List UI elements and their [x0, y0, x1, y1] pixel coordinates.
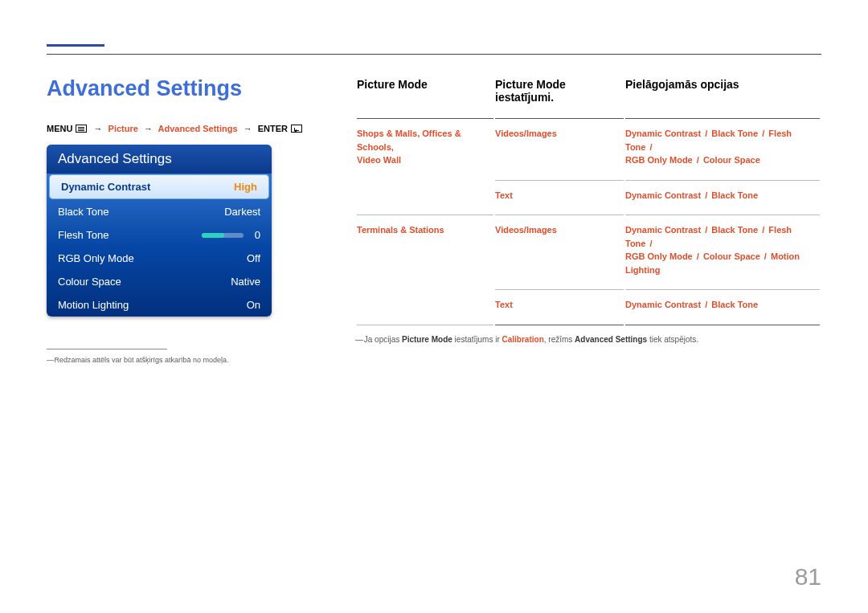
cell-picture-mode-setting: Videos/Images: [495, 121, 624, 181]
note-right: Ja opcijas Picture Mode iestatījums ir C…: [355, 335, 821, 344]
picture-mode-value: Terminals & Stations: [357, 225, 444, 235]
separator: /: [693, 251, 703, 261]
osd-row-value: Off: [247, 252, 260, 264]
osd-row-label: Flesh Tone: [58, 229, 108, 241]
osd-row-label: RGB Only Mode: [58, 252, 134, 264]
breadcrumb-picture: Picture: [108, 124, 138, 133]
picture-mode-value: Shops & Malls, Offices & Schools,: [357, 129, 461, 152]
osd-row-label: Black Tone: [58, 206, 108, 218]
cell-options: Dynamic Contrast / Black Tone / Flesh To…: [625, 121, 820, 181]
cell-picture-mode: Terminals & Stations: [357, 217, 493, 325]
separator: /: [701, 300, 711, 309]
accent-bar: [47, 44, 104, 47]
note-text: , režīms: [544, 335, 575, 344]
osd-row-value: Darkest: [224, 206, 260, 218]
separator: /: [701, 190, 711, 200]
options-table: Picture Mode Picture Mode iestatījumi. P…: [355, 76, 821, 327]
arrow-icon: →: [91, 124, 106, 133]
osd-row[interactable]: Flesh Tone0: [47, 223, 272, 247]
option-token: Colour Space: [703, 251, 760, 261]
option-token: Dynamic Contrast: [625, 300, 701, 309]
table-row: Shops & Malls, Offices & Schools,Video W…: [357, 121, 820, 181]
breadcrumb-enter: ENTER: [258, 124, 288, 133]
separator: /: [758, 225, 768, 235]
cell-picture-mode-setting: Text: [495, 292, 624, 325]
osd-row-value: Native: [231, 276, 260, 288]
separator: /: [701, 225, 711, 235]
osd-row[interactable]: Motion LightingOn: [47, 293, 272, 317]
enter-icon: [291, 125, 302, 133]
osd-row-label: Colour Space: [58, 276, 121, 288]
osd-row[interactable]: Dynamic ContrastHigh: [50, 175, 268, 198]
page-number: 81: [795, 563, 821, 591]
option-token: Black Tone: [711, 190, 758, 200]
setting-value: Videos/Images: [495, 225, 557, 235]
option-token: Colour Space: [703, 155, 760, 165]
separator: /: [701, 129, 711, 138]
note-bold: Advanced Settings: [575, 335, 647, 344]
osd-row[interactable]: Colour SpaceNative: [47, 270, 272, 293]
note-bold: Picture Mode: [402, 335, 452, 344]
option-token: Black Tone: [711, 225, 758, 235]
osd-panel: Advanced Settings Dynamic ContrastHighBl…: [47, 145, 272, 317]
osd-row-label: Motion Lighting: [58, 299, 129, 311]
osd-title: Advanced Settings: [47, 145, 272, 174]
setting-value: Text: [495, 190, 513, 200]
cell-picture-mode-setting: Text: [495, 182, 624, 216]
option-token: Dynamic Contrast: [625, 225, 701, 235]
cell-picture-mode: Shops & Malls, Offices & Schools,Video W…: [357, 121, 493, 215]
separator: /: [645, 142, 653, 152]
option-token: Black Tone: [711, 300, 758, 309]
option-token: RGB Only Mode: [625, 251, 693, 261]
breadcrumb: MENU → Picture → Advanced Settings → ENT…: [47, 124, 317, 133]
osd-row[interactable]: RGB Only ModeOff: [47, 247, 272, 270]
setting-value: Text: [495, 300, 513, 309]
option-token: RGB Only Mode: [625, 155, 693, 165]
osd-row-value: On: [247, 299, 260, 311]
separator: /: [645, 239, 653, 248]
option-token: Black Tone: [711, 129, 758, 138]
top-rule: [47, 54, 821, 55]
th-picture-mode: Picture Mode: [357, 78, 493, 119]
table-row: Terminals & StationsVideos/ImagesDynamic…: [357, 217, 820, 290]
picture-mode-value: Video Wall: [357, 155, 401, 165]
note-text: tiek atspējots.: [647, 335, 698, 344]
separator: /: [693, 155, 703, 165]
osd-row-value: High: [234, 181, 257, 193]
menu-icon: [76, 125, 87, 133]
separator: /: [758, 129, 768, 138]
separator: /: [760, 251, 771, 261]
arrow-icon: →: [240, 124, 256, 133]
setting-value: Videos/Images: [495, 129, 557, 138]
note-text: iestatījums ir: [452, 335, 502, 344]
th-picture-mode-settings: Picture Mode iestatījumi.: [495, 78, 624, 119]
note-text: Ja opcijas: [364, 335, 402, 344]
page-title: Advanced Settings: [47, 76, 317, 101]
cell-options: Dynamic Contrast / Black Tone: [625, 292, 820, 325]
th-adjustable-options: Pielāgojamās opcijas: [625, 78, 820, 119]
cell-options: Dynamic Contrast / Black Tone / Flesh To…: [625, 217, 820, 290]
cell-options: Dynamic Contrast / Black Tone: [625, 182, 820, 216]
slider[interactable]: [202, 233, 244, 238]
osd-row[interactable]: Black ToneDarkest: [47, 200, 272, 223]
note-red: Calibration: [502, 335, 544, 344]
option-token: Dynamic Contrast: [625, 190, 701, 200]
breadcrumb-menu: MENU: [47, 124, 72, 133]
footnote-left: Redzamais attēls var būt atšķirīgs atkar…: [47, 356, 317, 364]
footnote-separator: [47, 349, 167, 349]
arrow-icon: →: [141, 124, 156, 133]
option-token: Dynamic Contrast: [625, 129, 701, 138]
breadcrumb-advanced: Advanced Settings: [158, 124, 238, 133]
osd-row-label: Dynamic Contrast: [61, 181, 150, 193]
cell-picture-mode-setting: Videos/Images: [495, 217, 624, 290]
osd-row-value: 0: [255, 229, 260, 241]
